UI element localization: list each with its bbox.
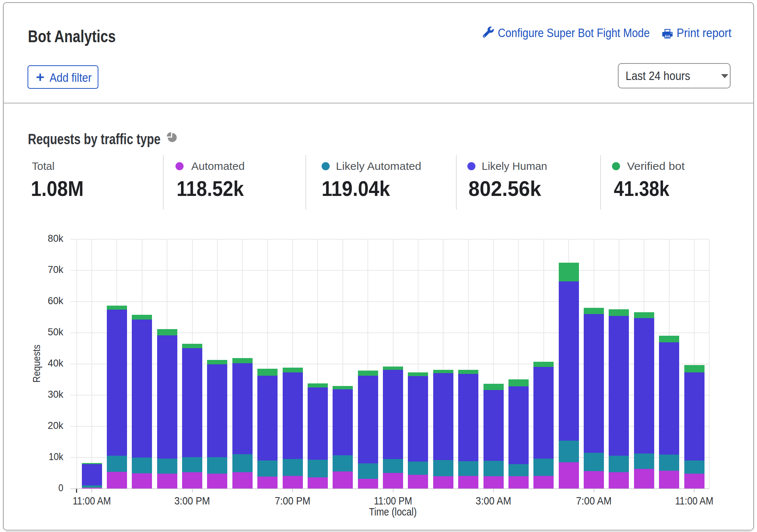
svg-text:60k: 60k	[48, 295, 64, 306]
svg-text:7:00 AM: 7:00 AM	[576, 495, 612, 507]
svg-text:11:00 AM: 11:00 AM	[73, 495, 111, 507]
svg-text:70k: 70k	[48, 264, 64, 275]
svg-text:20k: 20k	[48, 420, 64, 431]
svg-text:50k: 50k	[48, 326, 64, 338]
svg-text:7:00 PM: 7:00 PM	[275, 495, 311, 507]
svg-text:40k: 40k	[48, 357, 64, 369]
svg-text:80k: 80k	[48, 233, 64, 244]
svg-text:10k: 10k	[49, 451, 64, 462]
svg-text:11:00 PM: 11:00 PM	[374, 495, 412, 507]
svg-text:3:00 PM: 3:00 PM	[174, 495, 210, 507]
svg-text:3:00 AM: 3:00 AM	[476, 495, 511, 507]
svg-text:30k: 30k	[48, 389, 64, 400]
svg-text:0: 0	[58, 482, 64, 493]
svg-text:11:00 AM: 11:00 AM	[675, 495, 713, 507]
svg-text:Requests: Requests	[31, 345, 42, 382]
svg-text:Time (local): Time (local)	[369, 506, 417, 518]
